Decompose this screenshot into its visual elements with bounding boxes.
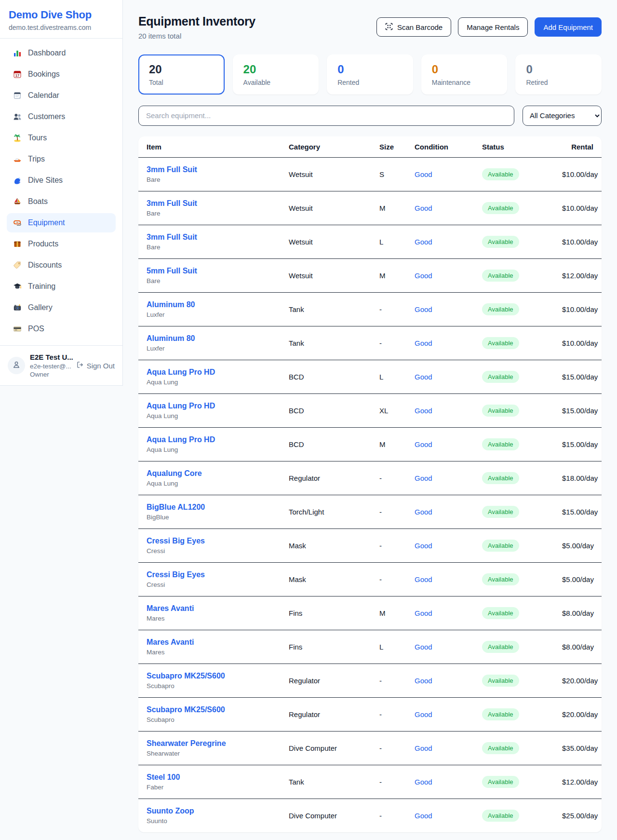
status-badge: Available [482,641,519,653]
item-size: M [371,191,406,225]
condition-link[interactable]: Good [415,812,432,820]
condition-link[interactable]: Good [415,474,432,482]
sidebar-item-tours[interactable]: Tours [7,128,116,148]
item-name-link[interactable]: Suunto Zoop [147,807,194,815]
item-name-link[interactable]: Aluminum 80 [147,334,195,343]
sidebar-item-dashboard[interactable]: Dashboard [7,43,116,63]
item-size: L [371,360,406,393]
item-name-link[interactable]: Aqua Lung Pro HD [147,435,215,444]
stat-card-rented[interactable]: 0Rented [327,54,413,95]
palm-island-icon [13,134,22,142]
sidebar-item-calendar[interactable]: Calendar [7,86,116,105]
sidebar-nav: Dashboard17BookingsCalendarCustomersTour… [0,39,122,345]
column-header-rental: Rental [554,136,602,158]
condition-link[interactable]: Good [415,440,432,448]
table-row: Shearwater PeregrineShearwaterDive Compu… [138,731,602,765]
condition-link[interactable]: Good [415,170,432,178]
condition-link[interactable]: Good [415,373,432,381]
sidebar-item-dive-sites[interactable]: Dive Sites [7,171,116,190]
condition-link[interactable]: Good [415,305,432,313]
sidebar-item-equipment[interactable]: Equipment [7,213,116,232]
item-name-link[interactable]: Mares Avanti [147,604,194,613]
item-category: Fins [281,596,371,630]
item-category: Dive Computer [281,731,371,765]
item-name-link[interactable]: Cressi Big Eyes [147,570,205,579]
category-select[interactable]: All Categories [523,106,602,126]
condition-link[interactable]: Good [415,339,432,347]
status-badge: Available [482,776,519,788]
item-size: - [371,664,406,697]
item-name-link[interactable]: Aqualung Core [147,469,202,478]
item-rental: $10.00/day [554,326,602,360]
people-icon [13,112,22,121]
stat-card-available[interactable]: 20Available [233,54,319,95]
item-name-link[interactable]: Scubapro MK25/S600 [147,672,225,680]
condition-link[interactable]: Good [415,609,432,617]
item-name-link[interactable]: 5mm Full Suit [147,267,197,275]
item-category: Wetsuit [281,157,371,191]
sidebar-item-products[interactable]: Products [7,234,116,254]
item-name-link[interactable]: Cressi Big Eyes [147,537,205,545]
item-name-link[interactable]: Aqua Lung Pro HD [147,402,215,410]
sidebar-item-discounts[interactable]: Discounts [7,256,116,275]
stat-value: 0 [526,63,591,76]
item-name-link[interactable]: 3mm Full Suit [147,233,197,242]
table-row: Scubapro MK25/S600ScubaproRegulator-Good… [138,697,602,731]
stat-card-retired[interactable]: 0Retired [515,54,602,95]
search-input[interactable] [138,106,514,126]
item-name-link[interactable]: BigBlue AL1200 [147,503,205,512]
stat-card-total[interactable]: 20Total [138,54,225,95]
item-rental: $15.00/day [554,495,602,528]
scan-barcode-button[interactable]: Scan Barcode [376,17,451,37]
item-name-link[interactable]: Steel 100 [147,773,180,782]
item-name-link[interactable]: Mares Avanti [147,638,194,647]
barcode-scan-icon [385,23,393,32]
condition-link[interactable]: Good [415,744,432,752]
sidebar-item-label: Tours [28,134,47,142]
sidebar-item-pos[interactable]: POS [7,319,116,339]
item-name-link[interactable]: Scubapro MK25/S600 [147,705,225,714]
sidebar-item-label: Training [28,282,55,291]
condition-link[interactable]: Good [415,778,432,786]
condition-link[interactable]: Good [415,271,432,280]
item-category: Tank [281,765,371,799]
add-equipment-button[interactable]: Add Equipment [535,17,602,37]
stat-card-maintenance[interactable]: 0Maintenance [421,54,508,95]
sidebar-item-gallery[interactable]: Gallery [7,298,116,317]
condition-link[interactable]: Good [415,575,432,583]
item-name-link[interactable]: Aqua Lung Pro HD [147,368,215,377]
header-actions: Scan Barcode Manage Rentals Add Equipmen… [376,17,602,37]
condition-link[interactable]: Good [415,508,432,516]
app-root: Demo Dive Shop demo.test.divestreams.com… [0,0,617,832]
item-name-link[interactable]: 3mm Full Suit [147,165,197,174]
condition-link[interactable]: Good [415,238,432,246]
condition-link[interactable]: Good [415,643,432,651]
condition-link[interactable]: Good [415,406,432,415]
sidebar-item-customers[interactable]: Customers [7,107,116,126]
item-size: - [371,731,406,765]
item-name-link[interactable]: Shearwater Peregrine [147,739,226,748]
table-row: Cressi Big EyesCressiMask-GoodAvailable$… [138,562,602,596]
item-brand: Luxfer [147,345,272,352]
condition-link[interactable]: Good [415,710,432,718]
condition-link[interactable]: Good [415,677,432,685]
item-name-link[interactable]: 3mm Full Suit [147,199,197,208]
status-badge: Available [482,236,519,248]
sidebar-item-boats[interactable]: Boats [7,192,116,211]
item-rental: $35.00/day [554,731,602,765]
item-brand: Aqua Lung [147,480,272,487]
item-brand: Scubapro [147,716,272,723]
sidebar-item-training[interactable]: Training [7,277,116,296]
item-brand: Mares [147,615,272,622]
condition-link[interactable]: Good [415,204,432,212]
sign-out-button[interactable]: Sign Out [77,361,115,370]
user-role: Owner [30,370,72,379]
item-name-link[interactable]: Aluminum 80 [147,300,195,309]
item-category: Dive Computer [281,799,371,832]
item-size: XL [371,393,406,427]
manage-rentals-button[interactable]: Manage Rentals [458,17,528,37]
condition-link[interactable]: Good [415,542,432,550]
sidebar-item-trips[interactable]: Trips [7,149,116,169]
tag-icon [13,261,22,270]
sidebar-item-bookings[interactable]: 17Bookings [7,65,116,84]
